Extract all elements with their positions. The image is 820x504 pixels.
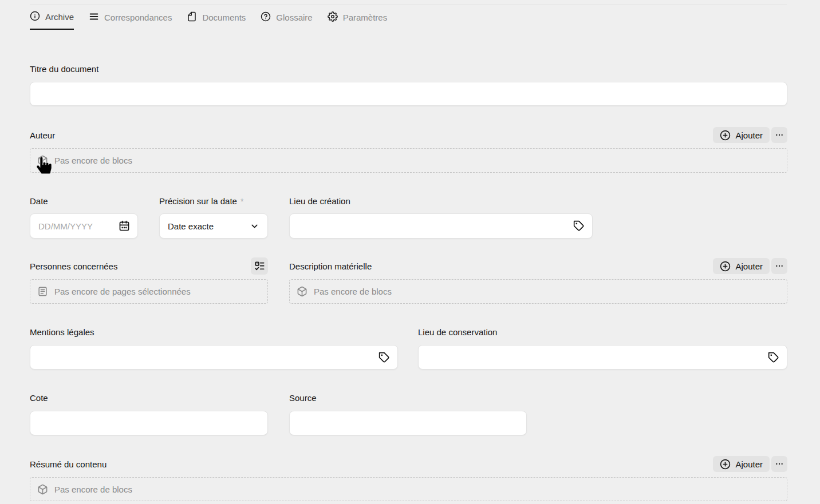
titre-input-wrap	[30, 82, 787, 106]
cote-label: Cote	[30, 393, 48, 403]
tab-label: Documents	[202, 13, 246, 22]
description-add-button[interactable]: Ajouter	[713, 258, 770, 274]
required-asterisk: *	[241, 197, 243, 206]
ellipsis-icon	[775, 261, 784, 271]
tab-label: Glossaire	[276, 13, 312, 22]
description-header: Description matérielle Ajouter	[289, 257, 787, 275]
description-actions: Ajouter	[713, 258, 787, 274]
description-label: Description matérielle	[289, 261, 372, 271]
tab-label: Archive	[45, 12, 74, 22]
menu-icon	[89, 11, 99, 23]
tab-glossaire[interactable]: Glossaire	[261, 11, 312, 30]
description-empty-text: Pas encore de blocs	[314, 287, 392, 296]
info-icon	[30, 11, 40, 23]
resume-header: Résumé du contenu Ajouter	[30, 456, 787, 472]
chevron-down-icon	[250, 221, 259, 231]
personnes-select-pages-button[interactable]	[251, 257, 268, 275]
box-icon	[37, 484, 48, 495]
tab-archive[interactable]: Archive	[30, 11, 74, 30]
source-input-wrap	[289, 411, 527, 435]
top-divider	[30, 5, 787, 5]
add-button-label: Ajouter	[735, 130, 763, 140]
personnes-empty-text: Pas encore de pages sélectionnées	[54, 287, 191, 296]
tab-correspondances[interactable]: Correspondances	[89, 11, 172, 30]
resume-actions: Ajouter	[713, 456, 787, 472]
auteur-label: Auteur	[30, 130, 55, 140]
conservation-input[interactable]	[419, 346, 768, 369]
precision-date-label-text: Précision sur la date	[159, 196, 237, 206]
auteur-more-button[interactable]	[771, 127, 787, 143]
lieu-creation-label: Lieu de création	[289, 196, 350, 206]
tag-icon	[573, 220, 585, 232]
resume-empty-text: Pas encore de blocs	[54, 485, 132, 494]
precision-date-select[interactable]: Date exacte	[159, 213, 268, 239]
precision-date-label: Précision sur la date*	[159, 196, 243, 206]
calendar-icon[interactable]	[119, 220, 130, 232]
tab-parametres[interactable]: Paramètres	[328, 11, 388, 30]
tag-icon	[379, 352, 390, 363]
source-label: Source	[289, 393, 317, 403]
date-input-wrap	[30, 213, 138, 239]
file-icon	[187, 11, 197, 23]
lieu-creation-input-wrap	[289, 213, 593, 239]
precision-date-selected-value: Date exacte	[168, 221, 214, 231]
box-icon	[297, 286, 308, 297]
tab-label: Correspondances	[104, 13, 172, 22]
source-input[interactable]	[290, 411, 526, 435]
personnes-header: Personnes concernées	[30, 257, 268, 275]
ellipsis-icon	[775, 130, 784, 140]
date-input[interactable]	[30, 214, 119, 238]
plus-circle-icon	[720, 459, 731, 470]
auteur-empty-text: Pas encore de blocs	[54, 156, 132, 165]
tag-icon	[768, 352, 779, 363]
conservation-label: Lieu de conservation	[418, 327, 497, 337]
titre-label: Titre du document	[30, 64, 98, 74]
auteur-header: Auteur Ajouter	[30, 127, 787, 143]
tab-label: Paramètres	[343, 13, 388, 22]
mentions-label: Mentions légales	[30, 327, 94, 337]
checklist-icon	[254, 261, 265, 272]
date-label: Date	[30, 196, 48, 206]
cote-input[interactable]	[30, 411, 267, 435]
mentions-input[interactable]	[30, 346, 379, 369]
help-icon	[261, 11, 271, 23]
resume-more-button[interactable]	[771, 456, 787, 472]
tab-documents[interactable]: Documents	[187, 11, 246, 30]
description-empty-block[interactable]: Pas encore de blocs	[289, 279, 787, 304]
titre-input[interactable]	[30, 82, 787, 105]
resume-add-button[interactable]: Ajouter	[713, 456, 770, 472]
personnes-label: Personnes concernées	[30, 261, 117, 271]
auteur-empty-block[interactable]: Pas encore de blocs	[30, 148, 787, 173]
conservation-input-wrap	[418, 345, 787, 370]
plus-circle-icon	[720, 261, 731, 272]
mentions-input-wrap	[30, 345, 398, 370]
resume-empty-block[interactable]: Pas encore de blocs	[30, 477, 787, 501]
page-icon	[37, 286, 48, 297]
tab-bar: Archive Correspondances Documents Glossa…	[30, 11, 387, 30]
cote-input-wrap	[30, 411, 268, 435]
gear-icon	[328, 11, 338, 23]
ellipsis-icon	[775, 459, 784, 469]
auteur-actions: Ajouter	[713, 127, 787, 143]
lieu-creation-input[interactable]	[290, 214, 573, 238]
plus-circle-icon	[720, 130, 731, 141]
auteur-add-button[interactable]: Ajouter	[713, 127, 770, 143]
box-icon	[37, 155, 48, 166]
resume-label: Résumé du contenu	[30, 459, 107, 469]
add-button-label: Ajouter	[735, 459, 763, 469]
description-more-button[interactable]	[771, 258, 787, 274]
personnes-empty-block[interactable]: Pas encore de pages sélectionnées	[30, 279, 268, 304]
add-button-label: Ajouter	[735, 261, 763, 271]
